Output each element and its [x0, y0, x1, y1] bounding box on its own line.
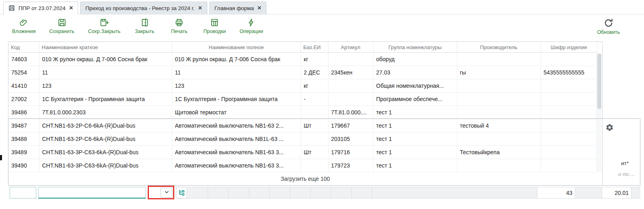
column-header-code[interactable]: Код	[8, 42, 39, 53]
cell[interactable]: 39489	[8, 146, 39, 159]
close-icon[interactable]: ×	[258, 5, 261, 11]
cell[interactable]: 7Т.81.0.000....	[328, 106, 373, 119]
column-header-base-unit[interactable]: Баз.ЕИ	[301, 42, 328, 53]
cell[interactable]: кг	[301, 53, 328, 66]
cell[interactable]	[541, 159, 597, 172]
table-row[interactable]: 41410123123кгОбщая номенклатурная...	[8, 79, 597, 93]
cell[interactable]: 179723	[328, 159, 373, 172]
table-row[interactable]: 7525411112 ДЕС2345кен27.03гы543555555555…	[8, 66, 597, 79]
cell[interactable]: -	[301, 93, 328, 106]
cell[interactable]: 11	[39, 66, 172, 79]
table-row[interactable]: 39489CHT.NB1-63-3P-C63-6kA-(R)Dual-busАв…	[8, 146, 597, 159]
cell[interactable]: Шт	[301, 119, 328, 132]
cell[interactable]: 179667	[328, 119, 373, 132]
cell[interactable]: 5435555555555	[541, 66, 597, 79]
scrollbar-thumb[interactable]	[597, 54, 601, 109]
cell[interactable]	[328, 79, 373, 93]
table-row[interactable]: 39488CHT.NB1-63-2P-C6-6kA-(R)Dual-busАвт…	[8, 132, 597, 146]
cell[interactable]	[457, 106, 541, 119]
postings-button[interactable]: Проводки	[203, 18, 226, 34]
cell[interactable]	[328, 93, 373, 106]
save-close-button[interactable]: Сохр.Закрыть	[88, 18, 121, 34]
cell[interactable]: тест 1	[373, 146, 457, 159]
cell[interactable]: 41410	[8, 79, 39, 93]
cell[interactable]: 27.03	[373, 66, 457, 79]
cell[interactable]	[457, 132, 541, 146]
column-header-short-name[interactable]: Наименование краткое	[39, 42, 172, 53]
cell[interactable]: 39487	[8, 119, 39, 132]
cell[interactable]: 010 Ж рулон окраш. Д 7-006 Сосна брак	[172, 53, 301, 66]
cell[interactable]	[301, 132, 328, 146]
cell[interactable]	[541, 93, 597, 106]
cell[interactable]	[457, 159, 541, 172]
table-row[interactable]: 39487CHT.NB1-63-2P-C6-6kA-(R)Dual-busАвт…	[8, 119, 597, 132]
cell[interactable]: 2 ДЕС	[301, 66, 328, 79]
cell[interactable]: 74603	[8, 53, 39, 66]
table-row[interactable]: 394867Т.81.0.000.2303Щитовой термостат7Т…	[8, 106, 597, 119]
cell[interactable]: 203105	[328, 132, 373, 146]
cell[interactable]: CHT.NB1-63-2P-C6-6kA-(R)Dual-bus	[39, 119, 172, 132]
cell[interactable]	[457, 79, 541, 93]
tab-prihod-register[interactable]: Приход из производства - Реестр за 2024 …	[80, 2, 207, 14]
print-button[interactable]: Печать	[169, 18, 190, 34]
cell[interactable]: Шт	[301, 146, 328, 159]
cell[interactable]: Автоматический выключатель NB1-63 2...	[172, 119, 301, 132]
cell[interactable]: 179716	[328, 146, 373, 159]
cell[interactable]: 39490	[8, 159, 39, 172]
cell[interactable]: тест 1	[373, 159, 457, 172]
table-row[interactable]: 39490CHT.NB1-63-3P-C63-6kA-(R)Dual-busАв…	[8, 159, 597, 172]
cell[interactable]: CHT.NB1-63-3P-C63-6kA-(R)Dual-bus	[39, 146, 172, 159]
save-button[interactable]: Сохранить	[50, 18, 74, 34]
column-header-product-code[interactable]: Шифр изделия	[541, 42, 597, 53]
nomenclature-combo-input[interactable]	[38, 187, 146, 199]
column-header-article[interactable]: Артикул	[328, 42, 373, 53]
table-row[interactable]: 74603010 Ж рулон окраш. Д 7-006 Сосна бр…	[8, 53, 597, 66]
code-input[interactable]	[10, 187, 36, 199]
cell[interactable]: оборуд	[373, 53, 457, 66]
cell[interactable]: тест 1	[373, 106, 457, 119]
tab-ppr-document[interactable]: ППР от 23.07.2024 ×	[3, 2, 78, 14]
cell[interactable]	[541, 53, 597, 66]
close-icon[interactable]: ×	[69, 5, 73, 11]
cell[interactable]: 75254	[8, 66, 39, 79]
cell[interactable]	[541, 79, 597, 93]
cell[interactable]: Автоматический выключатель NB1-63 3...	[172, 146, 301, 159]
hierarchy-view-button[interactable]	[176, 187, 187, 199]
cell[interactable]: 7Т.81.0.000.2303	[39, 106, 172, 119]
close-icon[interactable]: ×	[198, 5, 202, 11]
table-settings-button[interactable]	[605, 123, 614, 133]
cell[interactable]: тест 1	[373, 132, 457, 146]
cell[interactable]	[541, 119, 597, 132]
cell[interactable]	[541, 106, 597, 119]
cell[interactable]	[541, 132, 597, 146]
cell[interactable]: Тестовыйкрепа	[457, 146, 541, 159]
cell[interactable]: 39488	[8, 132, 39, 146]
combo-dropdown-button[interactable]	[161, 188, 172, 198]
close-document-button[interactable]: Закрыть	[134, 18, 155, 34]
cell[interactable]: кг	[301, 79, 328, 93]
cell[interactable]: 2345кен	[328, 66, 373, 79]
cell[interactable]: CHT.NB1-63-3P-C63-6kA-(R)Dual-bus	[39, 159, 172, 172]
load-more-button[interactable]: Загрузить еще 100	[8, 172, 602, 185]
cell[interactable]: Программное обеспече...	[373, 93, 457, 106]
cell[interactable]: 1С Бухгалтерия - Программная защита	[39, 93, 172, 106]
table-row[interactable]: 270021С Бухгалтерия - Программная защита…	[8, 93, 597, 106]
refresh-button[interactable]: Обновить	[597, 18, 620, 35]
cell[interactable]	[541, 146, 597, 159]
cell[interactable]: 39486	[8, 106, 39, 119]
cell[interactable]: Автоматический выключатель NB1L-63 ...	[172, 132, 301, 146]
column-header-group[interactable]: Группа номенклатуры	[373, 42, 457, 53]
column-header-manufacturer[interactable]: Производитель	[457, 42, 541, 53]
cell[interactable]	[328, 53, 373, 66]
cell[interactable]: CHT.NB1-63-2P-C6-6kA-(R)Dual-bus	[39, 132, 172, 146]
cell[interactable]: 123	[172, 79, 301, 93]
cell[interactable]: Автоматический выключатель NB1-63 3...	[172, 159, 301, 172]
cell[interactable]: 123	[39, 79, 172, 93]
cell[interactable]: 27002	[8, 93, 39, 106]
cell[interactable]: Щитовой термостат	[172, 106, 301, 119]
vertical-scrollbar[interactable]	[597, 53, 602, 172]
cell[interactable]: 11	[172, 66, 301, 79]
cell[interactable]	[457, 53, 541, 66]
cell[interactable]	[301, 106, 328, 119]
cell[interactable]	[301, 159, 328, 172]
